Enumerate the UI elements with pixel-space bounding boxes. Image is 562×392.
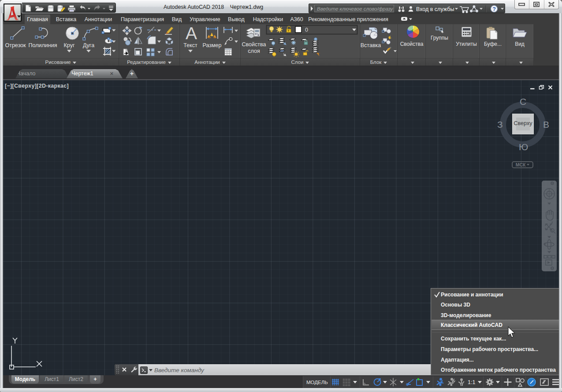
svg-text:Буфе...: Буфе...	[484, 41, 502, 47]
svg-text:A: A	[186, 24, 197, 43]
svg-text:Отрезок: Отрезок	[5, 42, 26, 48]
svg-text:Круг: Круг	[64, 42, 75, 48]
svg-text:слоя: слоя	[248, 48, 260, 54]
svg-text:Утилиты: Утилиты	[456, 41, 477, 47]
svg-text:Текст: Текст	[183, 42, 197, 48]
svg-text:Вход в службы: Вход в службы	[416, 6, 454, 12]
svg-text:0: 0	[305, 27, 308, 33]
svg-text:Вставка: Вставка	[361, 42, 381, 48]
svg-text:Полилиния: Полилиния	[29, 42, 57, 48]
svg-text:?: ?	[492, 6, 496, 12]
svg-text:1:1: 1:1	[468, 379, 475, 385]
svg-text:Дуга: Дуга	[83, 42, 94, 48]
svg-text:Размер: Размер	[203, 42, 222, 48]
svg-text:Группы: Группы	[431, 35, 448, 41]
svg-text:Свойства: Свойства	[400, 41, 424, 47]
svg-text:Свойства: Свойства	[242, 41, 266, 48]
svg-text:МОДЕЛЬ: МОДЕЛЬ	[306, 380, 328, 385]
svg-text:Вид: Вид	[515, 41, 525, 47]
